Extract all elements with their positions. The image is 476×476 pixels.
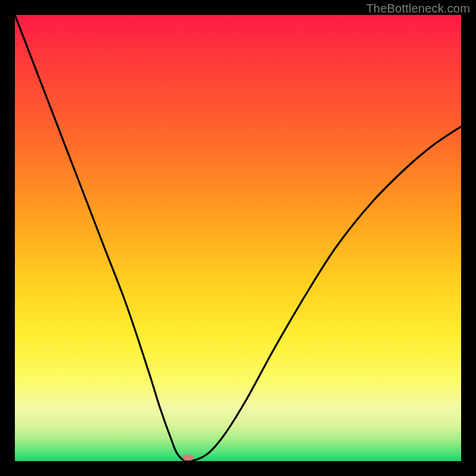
- watermark-text: TheBottleneck.com: [366, 2, 470, 15]
- bottleneck-curve: [15, 15, 461, 461]
- minimum-marker: [183, 455, 193, 461]
- chart-frame: TheBottleneck.com: [0, 0, 476, 476]
- plot-area: [15, 15, 461, 461]
